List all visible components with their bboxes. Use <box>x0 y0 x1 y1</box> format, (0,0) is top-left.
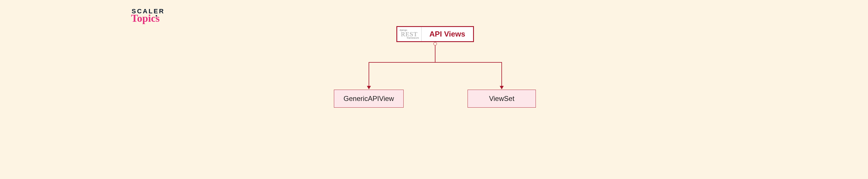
connector-vertical-right <box>501 62 502 86</box>
root-node-title: API Views <box>422 27 473 41</box>
brand-logo: SCALER Topics <box>132 8 165 23</box>
child-node-viewset: ViewSet <box>468 90 536 108</box>
connector-stem <box>435 46 435 62</box>
root-node-api-views: django REST framework API Views <box>396 26 474 42</box>
badge-bottom-text: framework <box>407 37 419 39</box>
connector-hbar <box>369 62 502 63</box>
badge-mid-text: REST <box>401 31 418 37</box>
brand-dot-icon <box>156 15 157 17</box>
child-label-right: ViewSet <box>489 95 515 103</box>
connector-joint-icon <box>433 42 437 46</box>
connector-vertical-left <box>369 62 369 86</box>
brand-subtitle: Topics <box>131 14 165 23</box>
arrowhead-right-icon <box>500 86 504 90</box>
arrowhead-left-icon <box>367 86 371 90</box>
child-node-genericapiview: GenericAPIView <box>334 90 404 108</box>
drf-badge: django REST framework <box>397 27 422 41</box>
hierarchy-diagram: django REST framework API Views GenericA… <box>334 26 542 119</box>
child-label-left: GenericAPIView <box>343 95 394 103</box>
